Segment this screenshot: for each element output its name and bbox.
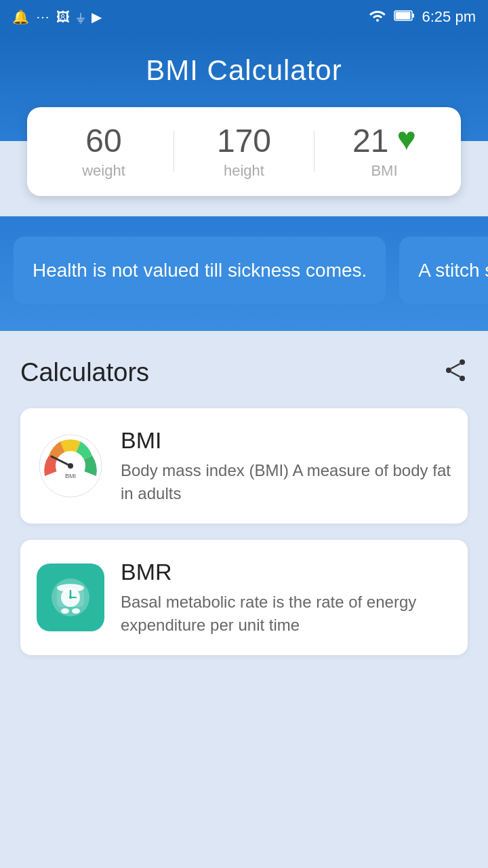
bmr-scale-icon [49, 576, 92, 619]
message-icon: ⋯ [36, 9, 49, 25]
svg-point-19 [69, 596, 72, 599]
status-bar: 🔔 ⋯ 🖼 ⏚ ▶ 6:25 pm [0, 0, 488, 34]
svg-point-4 [446, 368, 451, 373]
bmi-icon-container: BMI [37, 432, 104, 500]
bmr-icon-container [37, 564, 104, 631]
bmi-result-section: 21 ♥ BMI [314, 123, 454, 180]
bmi-calc-info: BMI Body mass index (BMI) A measure of b… [121, 427, 451, 505]
status-time: 6:25 pm [422, 8, 476, 26]
bmr-calculator-card[interactable]: BMR Basal metabolic rate is the rate of … [20, 540, 468, 655]
svg-point-11 [68, 463, 73, 469]
quote-text-1: Health is not valued till sickness comes… [33, 257, 367, 283]
main-content: Calculators [0, 331, 488, 692]
battery-icon [394, 8, 415, 26]
notification-icon: 🔔 [12, 9, 29, 25]
svg-line-7 [451, 372, 460, 376]
svg-line-6 [451, 363, 460, 368]
youtube-icon: ▶ [92, 9, 102, 25]
calculators-title: Calculators [20, 358, 149, 387]
svg-point-20 [61, 608, 69, 614]
quotes-section: Health is not valued till sickness comes… [0, 216, 488, 331]
share-icon[interactable] [443, 358, 468, 388]
height-value: 170 [174, 123, 314, 159]
bmi-calc-description: Body mass index (BMI) A measure of body … [121, 459, 451, 505]
height-label: height [174, 162, 314, 180]
height-section: 170 height [174, 123, 314, 180]
bmr-calc-description: Basal metabolic rate is the rate of ener… [121, 591, 451, 636]
quote-card-1: Health is not valued till sickness comes… [14, 237, 386, 304]
bmr-calc-title: BMR [121, 559, 451, 585]
bmi-calculator-card[interactable]: BMI BMI Body mass index (BMI) A measure … [20, 408, 468, 524]
app-title: BMI Calculator [14, 54, 474, 87]
svg-rect-2 [395, 12, 410, 20]
quote-card-2-partial: A stitch saves [399, 237, 488, 304]
calculators-section-header: Calculators [20, 358, 468, 388]
weight-label: weight [34, 162, 174, 180]
usb-icon: ⏚ [77, 9, 85, 25]
svg-text:BMI: BMI [65, 473, 76, 479]
svg-rect-1 [412, 14, 414, 18]
weight-section: 60 weight [34, 123, 174, 180]
heart-icon: ♥ [396, 120, 416, 157]
svg-point-3 [460, 359, 465, 365]
status-bar-right: 6:25 pm [368, 8, 476, 26]
bmi-summary-card[interactable]: 60 weight 170 height 21 ♥ BMI [27, 107, 461, 196]
status-bar-left: 🔔 ⋯ 🖼 ⏚ ▶ [12, 9, 102, 25]
bmi-label: BMI [371, 162, 397, 180]
quote-text-2: A stitch saves [418, 257, 488, 283]
bmi-value: 21 [352, 123, 388, 159]
bmr-calc-info: BMR Basal metabolic rate is the rate of … [121, 559, 451, 636]
svg-point-21 [72, 608, 80, 614]
bmi-calc-title: BMI [121, 427, 451, 454]
bmi-gauge-icon: BMI [37, 432, 104, 500]
wifi-icon [368, 8, 387, 26]
image-icon: 🖼 [56, 9, 70, 25]
svg-point-5 [460, 376, 465, 381]
weight-value: 60 [34, 123, 174, 159]
